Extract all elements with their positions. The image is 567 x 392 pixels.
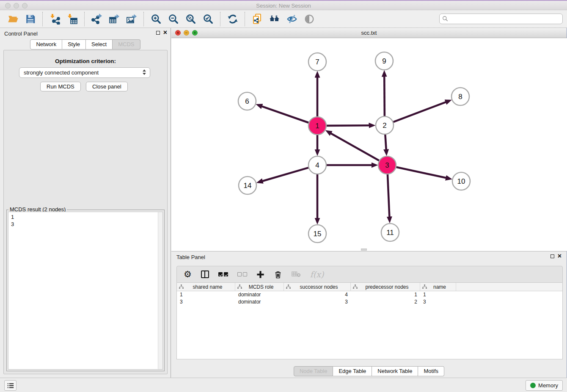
node-label-11: 11	[386, 229, 394, 237]
toolbar-separator	[143, 12, 144, 26]
edge-3-10[interactable]	[396, 167, 446, 178]
import-table-icon[interactable]	[66, 13, 78, 25]
column-header-successor-nodes[interactable]: successor nodes	[284, 283, 351, 291]
zoom-out-icon[interactable]	[168, 13, 179, 25]
tab-network[interactable]: Network	[30, 39, 62, 50]
edge-1-6[interactable]	[261, 106, 308, 123]
table-cell[interactable]: 1	[177, 291, 235, 298]
dropdown-stepper-icon	[143, 69, 146, 75]
table-cell[interactable]: 4	[284, 291, 351, 298]
cyndex-icon[interactable]	[269, 13, 280, 25]
edge-3-11[interactable]	[388, 174, 389, 217]
table-tabbar: Node TableEdge TableNetwork TableMotifs	[171, 366, 567, 376]
delete-icon[interactable]	[274, 270, 282, 279]
import-network-icon[interactable]	[49, 13, 61, 25]
column-label: MCDS role	[242, 284, 284, 290]
edge-4-14[interactable]	[262, 168, 308, 181]
columns-icon[interactable]	[201, 271, 209, 278]
tab-network-table[interactable]: Network Table	[372, 366, 418, 376]
column-label: predecessor nodes	[358, 284, 420, 290]
node-label-10: 10	[457, 177, 465, 185]
edge-1-2[interactable]	[327, 125, 369, 126]
float-panel-icon[interactable]	[156, 31, 160, 35]
edge-2-3[interactable]	[385, 135, 386, 150]
node-label-8: 8	[458, 93, 462, 101]
mcds-result-box[interactable]: 1 3	[8, 212, 163, 370]
hide-details-icon[interactable]	[286, 13, 297, 25]
tab-mcds[interactable]: MCDS	[113, 39, 140, 50]
add-icon[interactable]	[256, 271, 264, 279]
window-title: Session: New Session	[0, 3, 567, 9]
save-session-icon[interactable]	[25, 13, 36, 25]
task-history-button[interactable]	[4, 380, 17, 391]
network-graph: 7968124314101511	[171, 38, 567, 251]
application-window: Session: New Session	[0, 0, 567, 392]
table-cell[interactable]: 3	[284, 298, 351, 306]
column-header-predecessor-nodes[interactable]: predecessor nodes	[351, 283, 420, 291]
node-label-3: 3	[385, 161, 389, 169]
toolbar-separator	[220, 12, 220, 26]
network-canvas[interactable]: 7968124314101511	[171, 38, 567, 251]
search-input[interactable]	[439, 14, 563, 24]
node-label-4: 4	[315, 161, 319, 169]
table-cell[interactable]: 1	[420, 291, 456, 298]
table-cell[interactable]: 1	[351, 291, 420, 298]
tab-style[interactable]: Style	[62, 39, 86, 50]
float-table-panel-icon[interactable]	[550, 254, 554, 258]
edge-2-9[interactable]	[384, 76, 385, 116]
main-titlebar: Session: New Session	[0, 1, 567, 10]
node-label-1: 1	[315, 122, 319, 130]
clone-network-icon[interactable]	[251, 13, 263, 25]
table-row[interactable]: 1dominator411	[177, 291, 562, 298]
table-cell[interactable]: 3	[177, 298, 235, 306]
edge-2-8[interactable]	[394, 102, 446, 122]
zoom-selected-icon[interactable]	[202, 13, 214, 25]
close-panel-icon[interactable]: ×	[163, 30, 167, 35]
close-panel-button[interactable]: Close panel	[86, 82, 128, 91]
network-titlebar[interactable]: × − + scc.txt	[171, 28, 567, 38]
zoom-in-icon[interactable]	[150, 13, 162, 25]
export-network-icon[interactable]	[91, 13, 102, 25]
table-cell[interactable]: 2	[351, 298, 420, 306]
export-image-icon[interactable]	[126, 13, 137, 25]
memory-button[interactable]: Memory	[526, 380, 563, 391]
column-header-shared-name[interactable]: shared name	[177, 283, 235, 291]
gear-icon[interactable]: ⚙	[184, 270, 192, 279]
column-header-name[interactable]: name	[420, 283, 456, 291]
tab-motifs[interactable]: Motifs	[418, 366, 444, 376]
export-table-icon[interactable]	[108, 13, 120, 25]
open-file-icon[interactable]	[7, 13, 19, 25]
column-header-MCDS-role[interactable]: MCDS role	[235, 283, 284, 291]
status-bar: Memory	[0, 378, 567, 392]
delete-table-icon	[292, 271, 301, 278]
tab-select[interactable]: Select	[86, 39, 113, 50]
table-cell[interactable]: dominator	[235, 291, 284, 298]
network-view-window: × − + scc.txt 7968124314101511	[171, 28, 567, 251]
result-scrollbar[interactable]	[158, 212, 162, 369]
tab-node-table[interactable]: Node Table	[294, 366, 333, 376]
table-cell[interactable]: dominator	[235, 298, 284, 306]
table-cell[interactable]: 3	[420, 298, 456, 306]
network-title: scc.txt	[171, 30, 567, 36]
table-body: 1dominator4113dominator323	[177, 291, 562, 306]
table-panel-header: Table Panel ×	[171, 251, 567, 263]
show-details-icon[interactable]	[303, 13, 315, 25]
tab-edge-table[interactable]: Edge Table	[333, 366, 372, 376]
edge-3-1[interactable]	[330, 133, 379, 161]
table-row[interactable]: 3dominator323	[177, 298, 562, 306]
canvas-grip[interactable]	[361, 248, 367, 251]
deselect-all-icon[interactable]	[237, 272, 247, 276]
control-panel-header: Control Panel ×	[0, 28, 171, 39]
close-table-panel-icon[interactable]: ×	[558, 254, 561, 259]
node-table[interactable]: shared nameMCDS rolesuccessor nodesprede…	[176, 283, 563, 359]
refresh-icon[interactable]	[227, 13, 238, 25]
table-panel: Table Panel × ⚙ f(x) shared nameMCDS ro	[171, 251, 567, 378]
memory-status-icon	[530, 383, 536, 388]
table-header-row: shared nameMCDS rolesuccessor nodesprede…	[177, 283, 562, 291]
run-mcds-button[interactable]: Run MCDS	[40, 82, 81, 91]
attribute-type-icon	[179, 284, 184, 289]
select-all-icon[interactable]	[218, 272, 228, 276]
zoom-fit-icon[interactable]	[185, 13, 196, 25]
criterion-dropdown[interactable]: strongly connected component	[19, 67, 150, 78]
search-icon	[442, 16, 448, 22]
